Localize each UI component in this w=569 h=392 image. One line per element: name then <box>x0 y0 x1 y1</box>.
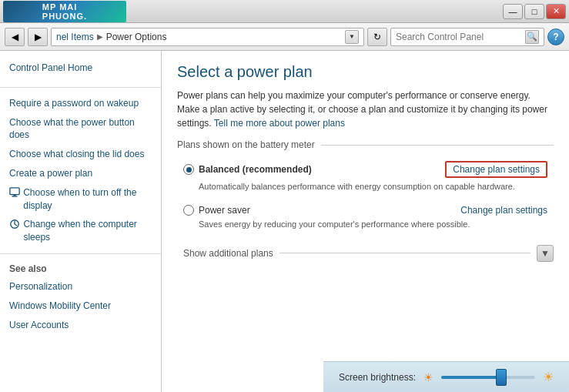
sidebar-item-user-accounts[interactable]: User Accounts <box>0 316 161 335</box>
title-bar: MP MAIPHUONG. — □ ✕ <box>0 0 569 23</box>
learn-more-link[interactable]: Tell me more about power plans <box>214 118 345 129</box>
additional-divider <box>279 253 531 253</box>
sidebar: Control Panel Home Require a password on… <box>0 51 162 392</box>
sidebar-item-change-sleep[interactable]: Change when the computer sleeps <box>0 215 161 247</box>
sidebar-link-text: Windows Mobility Center <box>9 300 111 313</box>
breadcrumb: nel Items ▶ Power Options ▼ <box>51 28 364 46</box>
sidebar-divider-1 <box>0 87 161 88</box>
search-box: 🔍 <box>390 28 544 46</box>
brightness-bar: Screen brightness: ☀ ☀ <box>323 361 569 392</box>
plan-item-balanced: Balanced (recommended) Change plan setti… <box>177 156 554 197</box>
sidebar-item-personalization[interactable]: Personalization <box>0 277 161 297</box>
sidebar-link-text: User Accounts <box>9 319 69 332</box>
brightness-slider[interactable] <box>441 376 535 379</box>
close-button[interactable]: ✕ <box>546 4 566 19</box>
svg-rect-1 <box>13 194 16 196</box>
app-logo: MP MAIPHUONG. <box>3 1 126 22</box>
sidebar-link-text: Change when the computer sleeps <box>23 218 152 244</box>
change-plan-settings-power-saver[interactable]: Change plan settings <box>460 205 547 216</box>
chevron-down-icon: ▼ <box>541 248 550 259</box>
address-bar: ◀ ▶ nel Items ▶ Power Options ▼ ↻ 🔍 ? <box>0 23 569 51</box>
sidebar-item-home[interactable]: Control Panel Home <box>0 59 161 78</box>
sidebar-item-power-button[interactable]: Choose what the power button does <box>0 113 161 146</box>
change-plan-settings-balanced[interactable]: Change plan settings <box>445 161 547 178</box>
search-icon: 🔍 <box>527 32 537 42</box>
minimize-button[interactable]: — <box>503 4 523 19</box>
sidebar-link-text: Choose what the power button does <box>9 116 152 142</box>
radio-inner-balanced <box>186 167 192 173</box>
svg-rect-2 <box>12 196 18 196</box>
sidebar-link-text: Require a password on wakeup <box>9 97 139 110</box>
plan-name-power-saver: Power saver <box>199 205 250 216</box>
main-container: Control Panel Home Require a password on… <box>0 51 569 392</box>
sidebar-link-text: Create a power plan <box>9 167 92 180</box>
plan-name-row-power-saver: Power saver <box>183 205 250 216</box>
sidebar-divider-2 <box>0 253 161 254</box>
maximize-button[interactable]: □ <box>524 4 544 19</box>
plan-name-row-balanced: Balanced (recommended) <box>183 164 312 175</box>
logo-text: MP MAIPHUONG. <box>42 2 87 21</box>
sidebar-link-text: Personalization <box>9 280 72 293</box>
content-area: Select a power plan Power plans can help… <box>162 51 569 392</box>
search-button[interactable]: 🔍 <box>525 30 539 44</box>
plans-section-title: Plans shown on the battery meter <box>177 139 554 150</box>
plan-item-power-saver: Power saver Change plan settings Saves e… <box>177 200 554 235</box>
see-also-title: See also <box>0 260 161 277</box>
sidebar-link-icon <box>9 219 20 231</box>
radio-balanced[interactable] <box>183 164 194 175</box>
brightness-sun-low-icon: ☀ <box>423 371 433 384</box>
plan-header-balanced: Balanced (recommended) Change plan setti… <box>183 161 547 178</box>
brightness-sun-high-icon: ☀ <box>543 370 554 384</box>
help-button[interactable]: ? <box>547 28 564 45</box>
sidebar-link-text: Choose what closing the lid does <box>9 148 144 161</box>
show-additional-label: Show additional plans <box>183 248 273 259</box>
sidebar-link-icon <box>9 187 20 199</box>
refresh-button[interactable]: ↻ <box>367 28 387 46</box>
show-additional-button[interactable]: ▼ <box>537 245 554 262</box>
brightness-slider-thumb[interactable] <box>496 369 507 386</box>
plan-desc-balanced: Automatically balances performance with … <box>199 181 547 193</box>
breadcrumb-separator: ▶ <box>97 32 103 41</box>
title-bar-left: MP MAIPHUONG. <box>3 1 126 22</box>
sidebar-item-closing-lid[interactable]: Choose what closing the lid does <box>0 145 161 164</box>
radio-power-saver[interactable] <box>183 205 194 216</box>
sidebar-item-create-plan[interactable]: Create a power plan <box>0 164 161 183</box>
page-title: Select a power plan <box>177 63 554 81</box>
breadcrumb-current: Power Options <box>106 32 167 42</box>
back-button[interactable]: ◀ <box>5 28 25 46</box>
forward-button[interactable]: ▶ <box>28 28 48 46</box>
breadcrumb-dropdown[interactable]: ▼ <box>345 30 359 44</box>
sidebar-item-turn-off-display[interactable]: Choose when to turn off the display <box>0 183 161 216</box>
plan-header-power-saver: Power saver Change plan settings <box>183 205 547 216</box>
search-input[interactable] <box>396 32 522 42</box>
window-controls: — □ ✕ <box>503 4 566 19</box>
content-description: Power plans can help you maximize your c… <box>177 89 554 130</box>
sidebar-item-mobility-center[interactable]: Windows Mobility Center <box>0 297 161 316</box>
plan-name-balanced: Balanced (recommended) <box>199 164 312 175</box>
brightness-slider-fill <box>441 376 497 379</box>
svg-rect-0 <box>10 188 19 195</box>
brightness-label: Screen brightness: <box>339 372 416 383</box>
plan-desc-power-saver: Saves energy by reducing your computer's… <box>199 219 547 230</box>
breadcrumb-nel-items[interactable]: nel Items <box>56 32 94 42</box>
show-additional-row: Show additional plans ▼ <box>177 245 554 262</box>
sidebar-item-require-password[interactable]: Require a password on wakeup <box>0 94 161 113</box>
sidebar-link-text: Choose when to turn off the display <box>23 186 152 213</box>
